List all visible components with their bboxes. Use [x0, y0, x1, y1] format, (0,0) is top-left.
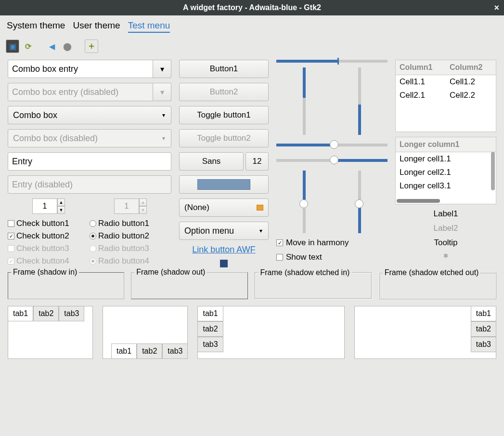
window: A widget factory - Adwaita-blue - Gtk2 ×…: [0, 0, 504, 436]
combo-box-entry-disabled: ▾: [8, 83, 171, 101]
refresh-icon[interactable]: ⟳: [21, 40, 35, 53]
notebook-left: tab1 tab2 tab3: [197, 306, 344, 359]
tab[interactable]: tab2: [137, 344, 162, 359]
tab[interactable]: tab3: [197, 337, 223, 352]
spin-up-icon: ▲: [139, 198, 147, 206]
vslider-1[interactable]: [303, 171, 306, 233]
combo-entry-input-disabled: [8, 83, 153, 101]
table-row: Longer cell3.1: [396, 179, 496, 193]
entry-input-disabled: [8, 175, 171, 194]
spinner-icon: ✻: [395, 252, 496, 259]
column-inputs: ▾ ▾ Combo box Combo box (disabled) ▲▼ ▲▼: [8, 60, 171, 267]
progress-bar-1: [276, 60, 388, 63]
spin-down-icon[interactable]: ▼: [57, 206, 65, 214]
tab[interactable]: tab2: [197, 321, 223, 337]
font-size[interactable]: 12: [246, 152, 269, 171]
color-button[interactable]: [179, 175, 269, 194]
tab[interactable]: tab1: [111, 344, 137, 359]
spin-row: ▲▼ ▲▼: [8, 198, 171, 214]
treeview-2[interactable]: Longer column1 Longer cell1.1 Longer cel…: [395, 137, 496, 204]
chevron-down-icon: ▾: [153, 83, 171, 101]
spin-up-icon[interactable]: ▲: [57, 198, 65, 206]
spin-2: ▲▼: [114, 198, 147, 214]
vslider-2[interactable]: [358, 171, 361, 233]
menu-system-theme[interactable]: System theme: [7, 20, 65, 33]
spin-1-input[interactable]: [32, 198, 57, 214]
tabs-row: tab1 tab2 tab3 tab1 tab2 tab3 tab1 tab2 …: [0, 299, 504, 366]
vprogress-2: [358, 67, 361, 135]
globe-icon[interactable]: ⬤: [61, 40, 74, 53]
hslider-1[interactable]: [276, 144, 388, 146]
tab[interactable]: tab2: [33, 306, 59, 321]
treeview-1[interactable]: Column1Column2 Cell1.1Cell1.2 Cell2.1Cel…: [395, 60, 496, 132]
hslider-2[interactable]: [276, 159, 388, 162]
check-button-1[interactable]: Check button1: [8, 219, 90, 228]
notebook-top: tab1 tab2 tab3: [8, 306, 93, 359]
spin-down-icon: ▼: [139, 206, 147, 214]
spin-1: ▲▼: [32, 198, 65, 214]
tab[interactable]: tab3: [59, 306, 84, 321]
frame-etched-in: Frame (shadow etched in): [255, 272, 372, 299]
menubar: System theme User theme Test menu: [0, 15, 504, 38]
button-1[interactable]: Button1: [179, 60, 269, 78]
tab[interactable]: tab1: [197, 306, 223, 321]
font-button[interactable]: Sans 12: [179, 152, 269, 171]
menu-test-menu[interactable]: Test menu: [128, 20, 170, 33]
back-icon[interactable]: ◀: [45, 40, 59, 53]
menu-user-theme[interactable]: User theme: [73, 20, 120, 33]
tab[interactable]: tab1: [8, 306, 33, 321]
frames-row: Frame (shadow in) Frame (shadow out) Fra…: [0, 272, 504, 299]
frame-shadow-in: Frame (shadow in): [8, 272, 124, 299]
toolbar: ▣ ⟳ ◀ ⬤ +: [0, 38, 504, 55]
tab[interactable]: tab2: [471, 321, 496, 337]
link-button[interactable]: Link button AWF: [179, 245, 269, 255]
showtext-checkbox[interactable]: Show text: [276, 252, 388, 262]
notebook-right: tab1 tab2 tab3: [354, 306, 496, 359]
folder-icon: [257, 205, 263, 211]
frame-shadow-out: Frame (shadow out): [131, 272, 247, 299]
toggle-button-2: Toggle button2: [179, 129, 269, 147]
combo-box-entry: ▾: [8, 60, 171, 78]
app-icon: [220, 260, 228, 267]
col-header[interactable]: Longer column1: [396, 137, 496, 152]
column-sliders: ✓Move in harmony Show text: [276, 60, 388, 267]
add-icon[interactable]: +: [85, 40, 98, 53]
file-button[interactable]: (None): [179, 198, 269, 217]
tab[interactable]: tab3: [162, 344, 188, 359]
check-button-4: ✓Check button4: [8, 256, 90, 266]
vertical-slider-row: [276, 171, 388, 233]
col-header[interactable]: Column2: [446, 60, 496, 75]
label-2: Label2: [395, 224, 496, 233]
column-buttons: Button1 Button2 Toggle button1 Toggle bu…: [179, 60, 269, 267]
close-icon[interactable]: ×: [494, 3, 499, 13]
combo-entry-input[interactable]: [8, 60, 153, 78]
toggle-button-1[interactable]: Toggle button1: [179, 106, 269, 124]
option-menu[interactable]: Option menu: [179, 222, 269, 240]
check-button-3: Check button3: [8, 244, 90, 253]
font-name[interactable]: Sans: [179, 152, 244, 171]
vertical-progress-row: [276, 67, 388, 135]
check-button-2[interactable]: ✓Check button2: [8, 231, 90, 241]
radio-button-2[interactable]: Radio button2: [90, 231, 171, 241]
tooltip-label: Tooltip: [395, 238, 496, 248]
col-header[interactable]: Column1: [396, 60, 446, 75]
check-radio-grid: Check button1 ✓Check button2 Check butto…: [8, 219, 171, 266]
tab[interactable]: tab3: [471, 337, 496, 352]
table-row: Cell2.1Cell2.2: [396, 89, 496, 102]
main-area: ▾ ▾ Combo box Combo box (disabled) ▲▼ ▲▼: [0, 55, 504, 272]
combo-box-disabled: Combo box (disabled): [8, 129, 171, 147]
toolbar-btn-1[interactable]: ▣: [6, 40, 19, 53]
radio-button-1[interactable]: Radio button1: [90, 219, 171, 228]
tab[interactable]: tab1: [471, 306, 496, 321]
scrollbar-horizontal[interactable]: [397, 199, 440, 203]
color-swatch: [197, 179, 250, 190]
radio-button-3: Radio button3: [90, 244, 171, 253]
harmony-checkbox[interactable]: ✓Move in harmony: [276, 238, 388, 248]
label-1: Label1: [395, 209, 496, 219]
entry-input[interactable]: [8, 152, 171, 171]
scrollbar-vertical[interactable]: [491, 152, 495, 190]
combo-box[interactable]: Combo box: [8, 106, 171, 124]
chevron-down-icon[interactable]: ▾: [153, 60, 171, 78]
button-2: Button2: [179, 83, 269, 101]
table-row: Longer cell1.1: [396, 152, 496, 166]
